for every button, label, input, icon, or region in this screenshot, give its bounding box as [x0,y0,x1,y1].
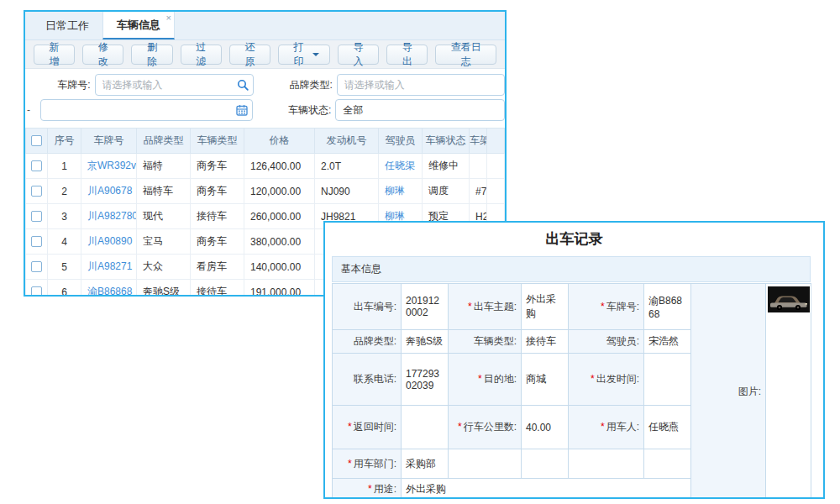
row-checkbox-cell [26,229,48,255]
cell-driver[interactable]: 任晓渠 [379,154,423,179]
cell-no: 2 [48,179,81,204]
driver-value: 宋浩然 [644,330,691,354]
view-log-button[interactable]: 查看日志 [435,45,496,65]
brand-filter-label: 品牌类型: [270,78,333,92]
status-select-value: 全部 [343,103,363,118]
subject-value-text: 外出采购 [526,293,556,319]
filter-button-label: 过滤 [192,40,211,69]
cell-no: 6 [48,280,81,297]
row-checkbox-cell [26,179,48,204]
cell-no: 4 [48,229,81,255]
search-icon[interactable] [237,79,249,93]
cell-brand: 宝马 [137,229,191,255]
required-asterisk: * [468,301,472,312]
column-header: 价格 [244,129,315,154]
close-icon[interactable]: × [166,13,171,23]
add-button[interactable]: 新增 [34,45,75,65]
departure-time-label: *出发时间: [569,354,644,406]
date-input[interactable] [40,99,253,121]
cell-plate[interactable]: 川A90678 [81,179,137,204]
required-asterisk: * [458,421,462,433]
restore-button-label: 还原 [240,40,260,69]
departure-time-label-text: 出发时间: [596,373,639,385]
filter-button[interactable]: 过滤 [181,45,222,65]
row-checkbox-cell [26,204,48,229]
car-user-value-text: 任晓燕 [648,421,679,433]
import-button[interactable]: 导入 [338,45,379,65]
destination-label: *目的地: [449,354,522,406]
phone-label-text: 联系电话: [354,373,396,385]
plate-filter-wrap [95,74,254,96]
department-label-text: 用车部门: [354,458,396,470]
row-checkbox[interactable] [31,160,42,171]
row-checkbox[interactable] [31,186,42,197]
cell-plate[interactable]: 川A982780 [81,204,137,229]
export-button[interactable]: 导出 [386,45,428,65]
calendar-icon[interactable] [236,104,248,118]
purpose-label-text: 用途: [374,483,396,495]
tab-daily-work[interactable]: 日常工作 [32,12,102,39]
row-checkbox[interactable] [31,286,42,297]
image-label: 图片: [691,284,766,500]
row-filler-cell [487,179,505,204]
row-checkbox[interactable] [31,211,42,222]
cell-no: 1 [48,154,81,179]
subject-value: 外出采购 [522,284,569,330]
cell-plate[interactable]: 川A98271 [81,255,137,280]
row-checkbox-cell [26,255,48,280]
import-button-label: 导入 [349,40,368,69]
department-value: 采购部 [402,449,449,479]
column-header: 车牌号 [81,129,137,154]
mileage-value-text: 40.00 [526,422,551,433]
cell-type: 接待车 [191,280,244,297]
status-select[interactable]: 全部 [335,99,505,121]
date-filter-wrap [40,99,253,121]
column-header: 车辆类型 [191,129,244,154]
cell-type: 商务车 [191,154,244,179]
vehicle-type-label-text: 车辆类型: [474,335,517,347]
row-checkbox[interactable] [31,261,42,272]
cell-price: 380,000.00 [244,229,315,255]
filter-row-1: 车牌号: 品牌类型: [25,72,505,97]
cell-plate[interactable]: 川A90890 [81,229,137,255]
select-all-checkbox[interactable] [31,135,42,146]
car-user-value: 任晓燕 [644,406,691,449]
cell-status: 调度 [423,179,470,204]
edit-button[interactable]: 修改 [82,45,123,65]
plate-value: 渝B86868 [644,284,691,330]
return-time-value [402,406,449,449]
tab-vehicle-info[interactable]: 车辆信息 × [102,12,175,39]
export-button-label: 导出 [397,40,417,69]
restore-button[interactable]: 还原 [229,45,270,65]
edit-button-label: 修改 [93,40,113,69]
plate-search-input[interactable] [95,74,254,96]
brand-filter-wrap [337,74,505,96]
cell-plate[interactable]: 渝B86868 [81,280,137,297]
cell-type: 接待车 [191,204,244,229]
desktop: 日常工作 车辆信息 × 新增修改删除过滤还原打印导入导出查看日志 车牌号: [0,0,840,504]
row-checkbox[interactable] [31,236,42,247]
print-button[interactable]: 打印 [278,45,330,65]
driver-value-text: 宋浩然 [648,335,679,347]
empty-cell [522,449,569,479]
required-asterisk: * [368,483,372,495]
header-checkbox-cell [26,129,48,154]
brand-search-input[interactable] [337,74,505,96]
row-filler-cell [487,154,505,179]
caret-down-icon [312,53,319,56]
subject-label: *出车主题: [449,284,522,330]
cell-status: 维修中 [423,154,470,179]
vehicle-photo-cell [766,284,811,500]
cell-driver[interactable]: 柳琳 [379,179,423,204]
filter-row-2: - [25,97,505,123]
delete-button[interactable]: 删除 [131,45,172,65]
cell-plate[interactable]: 京WR392v [81,154,137,179]
destination-label-text: 目的地: [484,373,517,385]
column-header: 品牌类型 [137,129,191,154]
row-checkbox-cell [26,280,48,297]
department-value-text: 采购部 [406,458,436,470]
form-row: 出车编号:2019120002*出车主题:外出采购*车牌号:渝B86868图片: [333,284,811,330]
column-header: 驾驶员 [379,129,423,154]
destination-value: 商城 [522,354,569,406]
driver-label: 驾驶员: [569,330,644,354]
